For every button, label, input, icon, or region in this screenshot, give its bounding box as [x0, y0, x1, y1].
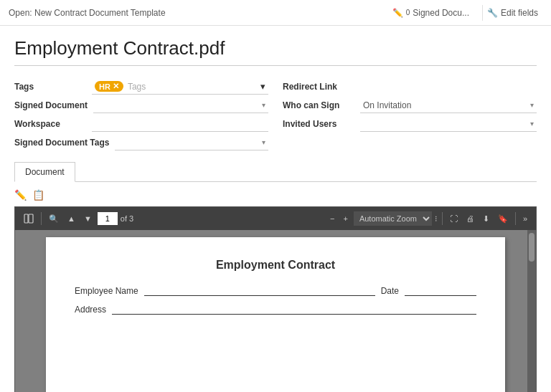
hr-tag-text: HR [99, 82, 110, 91]
pdf-divider-1 [41, 212, 42, 225]
document-tabs: Document [14, 162, 537, 182]
pdf-scrollbar[interactable] [527, 230, 536, 392]
pdf-search-btn[interactable]: 🔍 [46, 213, 62, 225]
signed-doc-tags-field[interactable]: ▾ [115, 135, 268, 150]
form-col-right: Redirect Link Who can Sign On Invitation… [283, 77, 537, 152]
pdf-divider-3 [515, 212, 516, 225]
main-content: Employment Contract.pdf Tags HR ✕ Tags ▾ [0, 26, 551, 392]
copy-icon[interactable]: 📋 [32, 189, 44, 201]
top-bar: Open: New Contract Document Template ✏️ … [0, 0, 551, 26]
signed-doc-label: Signed Docu... [413, 8, 469, 18]
pdf-fullscreen-btn[interactable]: ⛶ [447, 213, 461, 224]
redirect-link-field[interactable] [360, 79, 537, 95]
invited-users-field[interactable]: ▾ [360, 116, 537, 132]
pdf-employee-line [144, 286, 375, 296]
pdf-zoom-out-btn[interactable]: − [327, 213, 337, 224]
pdf-more-btn[interactable]: » [520, 213, 530, 224]
top-bar-actions: ✏️ 0 Signed Docu... 🔧 Edit fields [388, 5, 542, 21]
invited-users-label: Invited Users [283, 119, 354, 129]
who-can-sign-value: On Invitation [363, 100, 411, 110]
pdf-scroll-thumb [529, 233, 534, 262]
pdf-content: Employment Contract Employee Name Date A… [15, 230, 536, 392]
pdf-next-btn[interactable]: ▼ [81, 213, 95, 224]
who-can-sign-label: Who can Sign [283, 100, 354, 110]
pdf-prev-btn[interactable]: ▲ [65, 213, 78, 224]
pdf-address-line [112, 305, 476, 315]
document-title: Employment Contract.pdf [14, 37, 537, 66]
tags-row: Tags HR ✕ Tags ▾ [14, 77, 268, 96]
signed-doc-tags-chevron-icon: ▾ [262, 138, 265, 146]
tags-field[interactable]: HR ✕ Tags ▾ [92, 79, 268, 95]
pdf-page-input[interactable] [98, 212, 118, 225]
pdf-date-line [405, 286, 476, 296]
pdf-address-label: Address [75, 305, 106, 315]
signed-doc-tags-label: Signed Document Tags [14, 138, 109, 148]
who-can-sign-field[interactable]: On Invitation ▾ [360, 97, 537, 113]
workspace-row: Workspace [14, 115, 268, 133]
pdf-doc-title: Employment Contract [75, 259, 476, 272]
workspace-label: Workspace [14, 119, 86, 129]
svg-rect-1 [29, 214, 33, 223]
pdf-divider-2 [442, 212, 443, 225]
tags-label: Tags [14, 82, 86, 92]
top-bar-title: Open: New Contract Document Template [9, 8, 166, 18]
signed-doc-button[interactable]: ✏️ 0 Signed Docu... [388, 5, 474, 21]
pdf-address-field: Address [75, 305, 476, 315]
edit-fields-label: Edit fields [501, 8, 538, 18]
hr-tag: HR ✕ [95, 81, 123, 92]
pdf-bookmark-btn[interactable]: 🔖 [495, 213, 511, 225]
pdf-download-btn[interactable]: ⬇ [480, 213, 492, 225]
invited-users-chevron-icon: ▾ [530, 120, 534, 128]
doc-toolbar: ✏️ 📋 [14, 188, 537, 202]
pdf-sidebar-toggle[interactable] [21, 212, 37, 225]
hr-tag-remove[interactable]: ✕ [113, 82, 119, 91]
pdf-employee-label: Employee Name [75, 286, 138, 296]
form-grid: Tags HR ✕ Tags ▾ Signed Document [14, 77, 537, 152]
pdf-zoom-in-btn[interactable]: + [340, 213, 350, 224]
tags-placeholder: Tags [128, 82, 146, 92]
tab-document[interactable]: Document [14, 162, 75, 182]
pdf-page-total: of 3 [121, 214, 133, 223]
signed-doc-badge: 0 [406, 9, 410, 16]
pdf-viewer: 🔍 ▲ ▼ of 3 − + Automatic Zoom ⁝ ⛶ 🖨 ⬇ 🔖 … [14, 206, 537, 392]
edit-icon: ✏️ [392, 8, 403, 18]
svg-rect-0 [24, 214, 28, 223]
pdf-zoom-select[interactable]: Automatic Zoom [354, 211, 432, 226]
invited-users-row: Invited Users ▾ [283, 115, 537, 133]
pdf-date-label: Date [381, 286, 399, 296]
signed-doc-chevron-icon: ▾ [262, 101, 265, 109]
pdf-toolbar: 🔍 ▲ ▼ of 3 − + Automatic Zoom ⁝ ⛶ 🖨 ⬇ 🔖 … [15, 207, 536, 230]
signed-doc-label: Signed Document [14, 100, 88, 110]
pdf-employee-field: Employee Name Date [75, 286, 476, 296]
signed-doc-row: Signed Document ▾ [14, 96, 268, 115]
signed-doc-tags-row: Signed Document Tags ▾ [14, 133, 268, 152]
who-can-sign-chevron-icon: ▾ [530, 101, 534, 109]
pdf-print-btn[interactable]: 🖨 [463, 213, 477, 224]
wrench-icon: 🔧 [487, 8, 498, 18]
pencil-icon[interactable]: ✏️ [14, 189, 27, 201]
signed-doc-field[interactable]: ▾ [93, 97, 268, 113]
tags-chevron-icon: ▾ [260, 81, 265, 92]
redirect-link-label: Redirect Link [283, 82, 354, 92]
redirect-link-row: Redirect Link [283, 77, 537, 96]
who-can-sign-row: Who can Sign On Invitation ▾ [283, 96, 537, 115]
form-col-left: Tags HR ✕ Tags ▾ Signed Document [14, 77, 268, 152]
edit-fields-button[interactable]: 🔧 Edit fields [482, 5, 542, 21]
workspace-field[interactable] [92, 116, 268, 132]
pdf-page: Employment Contract Employee Name Date A… [46, 237, 505, 392]
